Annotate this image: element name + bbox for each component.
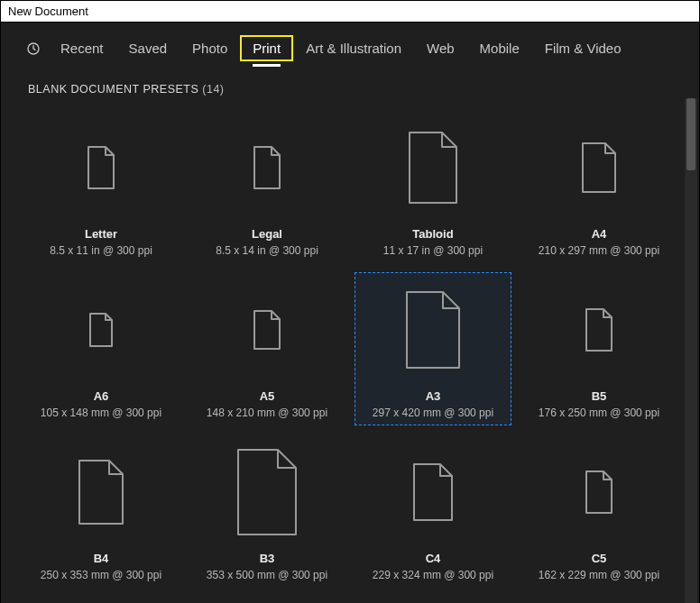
- document-icon: [585, 308, 612, 352]
- document-icon-wrap: [406, 279, 460, 380]
- document-icon: [88, 146, 115, 189]
- section-header: BLANK DOCUMENT PRESETS (14): [1, 74, 699, 101]
- preset-dimensions: 8.5 x 14 in @ 300 ppi: [216, 244, 318, 257]
- preset-name: C5: [592, 552, 607, 565]
- scrollbar-track[interactable]: [685, 98, 697, 603]
- preset-dimensions: 148 x 210 mm @ 300 ppi: [207, 407, 327, 419]
- preset-tabloid[interactable]: Tabloid11 x 17 in @ 300 ppi: [355, 110, 511, 263]
- preset-grid: Letter8.5 x 11 in @ 300 ppi Legal8.5 x 1…: [23, 110, 677, 588]
- document-icon-wrap: [237, 441, 297, 543]
- preset-b4[interactable]: B4250 x 353 mm @ 300 ppi: [23, 434, 180, 588]
- document-icon: [585, 471, 612, 514]
- document-icon-wrap: [89, 279, 113, 380]
- document-icon: [582, 142, 616, 193]
- preset-name: A3: [426, 389, 441, 403]
- preset-name: B4: [94, 552, 109, 565]
- document-icon: [253, 310, 281, 350]
- tab-saved[interactable]: Saved: [116, 35, 180, 61]
- preset-name: Letter: [85, 227, 117, 241]
- preset-name: Tabloid: [412, 227, 453, 241]
- document-icon: [406, 291, 460, 369]
- document-icon: [413, 463, 453, 521]
- dialog-body: RecentSavedPhotoPrintArt & IllustrationW…: [1, 23, 699, 603]
- document-icon-wrap: [585, 441, 612, 543]
- section-label: BLANK DOCUMENT PRESETS: [28, 83, 198, 96]
- document-icon-wrap: [409, 116, 457, 218]
- document-icon-wrap: [253, 279, 281, 380]
- preset-b5[interactable]: B5176 x 250 mm @ 300 ppi: [520, 272, 677, 425]
- preset-letter[interactable]: Letter8.5 x 11 in @ 300 ppi: [23, 110, 180, 263]
- preset-name: B5: [592, 389, 607, 403]
- preset-dimensions: 229 x 324 mm @ 300 ppi: [373, 569, 493, 581]
- tab-recent[interactable]: Recent: [48, 35, 116, 61]
- preset-dimensions: 11 x 17 in @ 300 ppi: [383, 244, 483, 257]
- preset-a4[interactable]: A4210 x 297 mm @ 300 ppi: [520, 110, 677, 263]
- preset-dimensions: 162 x 229 mm @ 300 ppi: [539, 569, 659, 581]
- preset-a5[interactable]: A5148 x 210 mm @ 300 ppi: [189, 272, 345, 425]
- new-document-window: New Document RecentSavedPhotoPrintArt & …: [0, 0, 700, 603]
- document-icon: [78, 460, 124, 525]
- preset-dimensions: 250 x 353 mm @ 300 ppi: [41, 569, 161, 581]
- preset-scroll-area[interactable]: Letter8.5 x 11 in @ 300 ppi Legal8.5 x 1…: [1, 101, 699, 603]
- document-icon: [237, 449, 297, 535]
- scrollbar-thumb[interactable]: [686, 98, 695, 170]
- preset-name: C4: [426, 552, 441, 565]
- document-icon: [253, 146, 281, 189]
- preset-dimensions: 297 x 420 mm @ 300 ppi: [373, 407, 493, 419]
- document-icon-wrap: [88, 116, 115, 218]
- document-icon: [409, 132, 457, 204]
- preset-name: A4: [592, 227, 607, 241]
- preset-dimensions: 210 x 297 mm @ 300 ppi: [539, 244, 659, 257]
- preset-name: B3: [260, 552, 275, 565]
- document-icon: [89, 313, 113, 347]
- preset-a6[interactable]: A6105 x 148 mm @ 300 ppi: [23, 272, 180, 425]
- clock-icon: [26, 41, 41, 56]
- preset-dimensions: 176 x 250 mm @ 300 ppi: [539, 407, 659, 419]
- preset-dimensions: 8.5 x 11 in @ 300 ppi: [50, 244, 152, 257]
- preset-dimensions: 353 x 500 mm @ 300 ppi: [207, 569, 327, 581]
- document-icon-wrap: [253, 116, 281, 218]
- tab-print[interactable]: Print: [240, 35, 293, 61]
- document-icon-wrap: [78, 441, 124, 543]
- tab-art[interactable]: Art & Illustration: [293, 35, 414, 61]
- document-icon-wrap: [585, 279, 612, 380]
- section-count: (14): [202, 83, 224, 96]
- preset-legal[interactable]: Legal8.5 x 14 in @ 300 ppi: [189, 110, 345, 263]
- tab-mobile[interactable]: Mobile: [467, 35, 532, 61]
- window-title: New Document: [1, 1, 699, 23]
- preset-c5[interactable]: C5162 x 229 mm @ 300 ppi: [520, 434, 677, 588]
- preset-name: A6: [94, 389, 109, 403]
- tab-photo[interactable]: Photo: [180, 35, 240, 61]
- document-icon-wrap: [413, 441, 453, 543]
- preset-a3[interactable]: A3297 x 420 mm @ 300 ppi: [355, 272, 511, 425]
- preset-dimensions: 105 x 148 mm @ 300 ppi: [41, 407, 161, 419]
- preset-name: Legal: [252, 227, 282, 241]
- tab-film[interactable]: Film & Video: [532, 35, 634, 61]
- document-icon-wrap: [582, 116, 616, 218]
- preset-c4[interactable]: C4229 x 324 mm @ 300 ppi: [355, 434, 511, 588]
- preset-name: A5: [260, 389, 275, 403]
- tab-web[interactable]: Web: [414, 35, 467, 61]
- preset-b3[interactable]: B3353 x 500 mm @ 300 ppi: [189, 434, 345, 588]
- category-tabs: RecentSavedPhotoPrintArt & IllustrationW…: [1, 23, 699, 74]
